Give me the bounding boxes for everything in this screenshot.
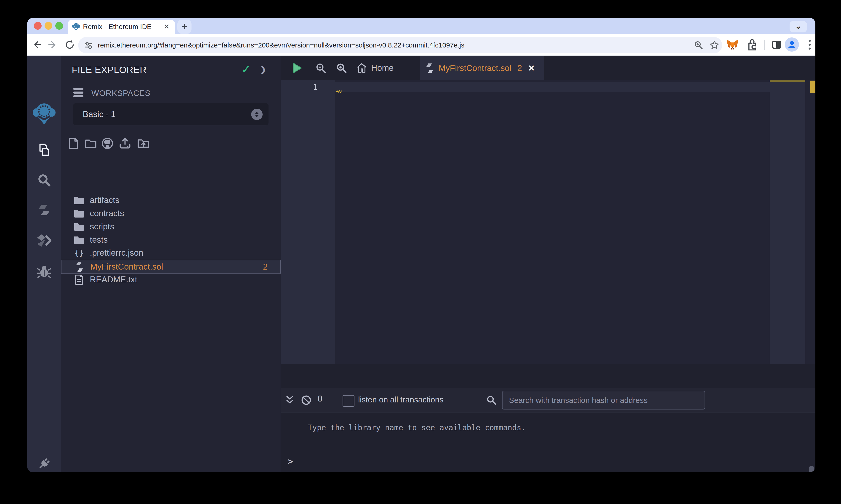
code-editor[interactable] (335, 80, 770, 364)
run-script-play-icon[interactable] (286, 62, 309, 74)
minimize-window-light[interactable] (45, 22, 52, 30)
folder-icon (73, 236, 85, 244)
json-braces-icon: {} (73, 248, 85, 257)
plugin-manager-icon[interactable] (27, 457, 61, 471)
close-window-light[interactable] (34, 22, 41, 30)
terminal-output[interactable]: Type the library name to see available c… (281, 412, 816, 472)
back-arrow-icon[interactable] (30, 34, 43, 55)
new-file-icon[interactable] (68, 138, 80, 149)
tab-label: MyFirstContract.sol (439, 64, 512, 73)
editor-zoom-in-icon[interactable] (330, 62, 353, 74)
terminal-panel: 0 listen on all transactions Type the li… (281, 388, 816, 472)
workspaces-label: WORKSPACES (91, 89, 150, 98)
text-file-icon (73, 275, 85, 285)
block-transactions-icon[interactable] (299, 394, 313, 406)
new-folder-icon[interactable] (85, 138, 97, 149)
remix-logo[interactable] (27, 102, 61, 125)
kebab-menu-icon[interactable] (802, 34, 816, 55)
tab-title: Remix - Ethereum IDE (83, 20, 152, 34)
file-explorer-icon[interactable] (27, 143, 61, 157)
profile-avatar[interactable] (785, 37, 799, 52)
listen-checkbox[interactable] (343, 395, 355, 407)
listen-label[interactable]: listen on all transactions (358, 395, 444, 404)
collapse-double-chevron-icon[interactable] (283, 394, 297, 406)
overview-ruler[interactable] (805, 80, 816, 364)
file-name: MyFirstContract.sol (90, 262, 163, 272)
metamask-fox-icon[interactable] (725, 34, 740, 55)
browser-tab[interactable]: Remix - Ethereum IDE ✕ (68, 20, 175, 34)
tab-myfirstcontract[interactable]: MyFirstContract.sol 2 ✕ (420, 56, 544, 80)
site-settings-icon[interactable] (84, 41, 93, 50)
workspaces-menu-icon[interactable] (73, 88, 83, 97)
editor-zoom-out-icon[interactable] (309, 62, 332, 74)
bookmark-star-icon[interactable] (709, 40, 719, 50)
search-icon[interactable] (27, 173, 61, 187)
terminal-scrollbar-thumb[interactable] (809, 466, 814, 472)
terminal-search-icon (484, 394, 498, 406)
remix-app: FILE EXPLORER ✓ ❯ WORKSPACES Basic - 1 (27, 56, 816, 472)
tree-row-folder[interactable]: scripts (61, 220, 280, 233)
reload-icon[interactable] (63, 34, 76, 55)
toolbar-divider (764, 40, 765, 50)
warning-squiggle (336, 90, 342, 93)
current-line-highlight (335, 82, 770, 92)
workspace-selected-value: Basic - 1 (83, 103, 116, 125)
tree-row-folder[interactable]: artifacts (61, 194, 280, 207)
tree-row-folder[interactable]: contracts (61, 207, 280, 220)
zoom-icon[interactable] (694, 40, 703, 50)
solidity-compiler-icon[interactable] (27, 204, 61, 217)
chevron-right-icon[interactable]: ❯ (260, 65, 267, 74)
url-text[interactable]: remix.ethereum.org/#lang=en&optimize=fal… (98, 37, 464, 53)
file-name: scripts (90, 222, 114, 232)
tree-row-folder[interactable]: tests (61, 233, 280, 247)
workspace-select[interactable]: Basic - 1 (73, 103, 269, 125)
transaction-count: 0 (317, 394, 323, 403)
problems-badge: 2 (263, 262, 268, 272)
tree-row-file-selected[interactable]: MyFirstContract.sol 2 (61, 260, 281, 274)
folder-icon (73, 209, 85, 218)
panel-title: FILE EXPLORER (72, 65, 147, 75)
extensions-puzzle-icon[interactable] (744, 34, 759, 55)
tree-row-file[interactable]: {} .prettierrc.json (61, 246, 280, 259)
workspace-select-caret-icon (251, 109, 262, 120)
icon-rail (27, 56, 61, 472)
file-name: contracts (90, 209, 124, 218)
file-name: artifacts (90, 195, 120, 205)
clone-github-icon[interactable] (101, 138, 113, 149)
maximize-window-light[interactable] (55, 22, 63, 30)
tab-close-icon[interactable]: ✕ (164, 20, 170, 34)
url-bar[interactable]: remix.ethereum.org/#lang=en&optimize=fal… (78, 37, 722, 53)
tab-label: Home (371, 63, 394, 73)
tab-home[interactable]: Home (357, 56, 394, 80)
upload-file-icon[interactable] (119, 138, 131, 149)
tab-problems-badge: 2 (517, 64, 522, 73)
deploy-run-icon[interactable] (27, 234, 61, 247)
split-view-icon[interactable] (769, 34, 784, 55)
forward-arrow-icon[interactable] (46, 34, 59, 55)
debugger-icon[interactable] (27, 265, 61, 278)
minimap-warning-marker (770, 80, 805, 82)
browser-window: Remix - Ethereum IDE ✕ + ⌄ remix.ethereu… (27, 18, 816, 472)
file-explorer-panel: FILE EXPLORER ✓ ❯ WORKSPACES Basic - 1 (61, 56, 281, 472)
line-number: 1 (281, 83, 317, 92)
tab-strip: Remix - Ethereum IDE ✕ + ⌄ (27, 18, 816, 34)
terminal-prompt[interactable]: > (288, 456, 293, 466)
solidity-file-icon (426, 63, 433, 73)
upload-folder-icon[interactable] (137, 138, 149, 149)
file-name: tests (90, 235, 108, 245)
check-icon[interactable]: ✓ (242, 63, 251, 75)
minimap[interactable] (770, 80, 805, 364)
terminal-help-text: Type the library name to see available c… (308, 423, 526, 432)
transaction-search-input[interactable] (502, 391, 705, 410)
file-name: README.txt (90, 275, 137, 284)
new-tab-button[interactable]: + (177, 20, 191, 34)
folder-icon (73, 196, 85, 204)
solidity-file-icon (74, 262, 85, 272)
tree-row-file[interactable]: README.txt (61, 273, 280, 286)
line-number-gutter: 1 (281, 80, 335, 364)
tab-close-icon[interactable]: ✕ (528, 64, 535, 73)
overview-warning-marker (810, 80, 816, 93)
tab-search-chevron-icon[interactable]: ⌄ (790, 21, 807, 32)
folder-icon (73, 222, 85, 231)
remix-favicon-icon (72, 23, 80, 31)
